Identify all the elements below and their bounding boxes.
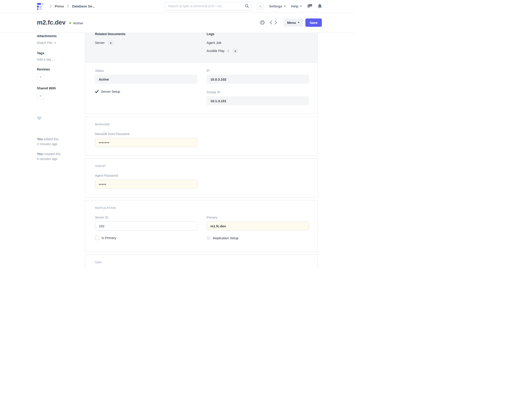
form-card-status: Related Documents Server + Logs Agent Jo… [85, 33, 318, 114]
chevron-down-icon [284, 6, 285, 7]
replication-section-heading: REPLICATION [95, 200, 308, 210]
settings-label: Settings [269, 4, 282, 8]
is-primary-label: Is Primary [101, 236, 116, 240]
related-doc-server-link[interactable]: Server [95, 41, 105, 45]
help-label: Help [291, 4, 298, 8]
form-card-replication: REPLICATION Server ID Is Primary Primary [85, 200, 318, 252]
ip-field-label: IP [207, 69, 309, 73]
status-indicator-label: Active [73, 21, 83, 25]
menu-button-label: Menu [287, 21, 296, 25]
status-section: Status Active Server Setup IP 10.0.3.102… [85, 63, 317, 114]
add-share-button[interactable]: + [37, 92, 44, 100]
prev-next-nav [270, 20, 277, 25]
add-tag-input[interactable]: Add a tag ... [37, 58, 79, 61]
ip-field: 10.0.3.102 [207, 75, 309, 84]
page-head: m2.fc.dev Active Menu Save [0, 12, 355, 33]
timeline-who: You [37, 152, 43, 156]
timeline-entry: You edited this 2 minutes ago [37, 137, 79, 147]
shared-with-title: Shared With [37, 86, 79, 90]
replication-setup-label: Replication Setup [213, 236, 239, 240]
search-input[interactable] [168, 4, 245, 8]
primary-input[interactable] [207, 222, 309, 230]
server-id-input[interactable] [95, 222, 197, 230]
breadcrumb-item-database-server[interactable]: Database Se... [72, 4, 95, 8]
plus-icon: + [39, 94, 41, 98]
replication-setup-checkbox [207, 236, 210, 240]
timeline-when: 6 minutes ago [37, 156, 79, 161]
chat-icon[interactable] [307, 4, 312, 8]
search-icon[interactable] [245, 4, 249, 8]
attach-file-button[interactable]: Attach File + [37, 41, 79, 45]
chevron-left-icon[interactable] [270, 20, 272, 25]
plus-icon: + [39, 75, 41, 79]
private-ip-field: 10.1.3.101 [207, 96, 309, 105]
status-field-label: Status [95, 69, 197, 73]
log-ansible-play-link[interactable]: Ansible Play [207, 49, 225, 53]
chevron-right-icon[interactable] [275, 20, 277, 25]
navbar: Press Database Se... A Settings Help [0, 0, 355, 12]
breadcrumb: Press Database Se... [47, 4, 95, 8]
page-body: Attachments Attach File + Tags Add a tag… [0, 33, 355, 268]
ssh-section-heading: SSH [95, 255, 308, 264]
mariadb-root-password-label: MariaDB Root Password [95, 132, 197, 136]
timeline-who: You [37, 137, 43, 141]
notifications-bell-icon[interactable] [318, 4, 322, 8]
form-card-ssh: SSH [85, 255, 318, 268]
primary-label: Primary [207, 215, 309, 219]
form-layout: Related Documents Server + Logs Agent Jo… [85, 33, 318, 268]
print-icon[interactable] [260, 20, 265, 25]
page-title: m2.fc.dev [37, 19, 65, 26]
timeline-entry: You created this 6 minutes ago [37, 152, 79, 161]
is-primary-checkbox[interactable] [95, 236, 99, 240]
navbar-right: A Settings Help [257, 3, 322, 9]
breadcrumb-item-press[interactable]: Press [55, 4, 64, 8]
ansible-play-count: 1 [227, 49, 229, 53]
global-search [165, 2, 252, 10]
save-button[interactable]: Save [305, 19, 322, 27]
green-dot-icon [69, 22, 71, 24]
log-agent-job-link[interactable]: Agent Job [207, 41, 221, 45]
help-menu[interactable]: Help [291, 4, 302, 8]
form-sidebar: Attachments Attach File + Tags Add a tag… [37, 33, 85, 161]
avatar[interactable]: A [257, 3, 264, 9]
is-primary-check: Is Primary [95, 236, 197, 240]
logs-title: Logs [207, 33, 309, 36]
tags-title: Tags [37, 51, 79, 55]
form-dashboard: Related Documents Server + Logs Agent Jo… [85, 33, 317, 63]
server-id-label: Server ID [95, 215, 197, 219]
related-documents-title: Related Documents [95, 33, 197, 36]
agent-section-heading: AGENT [95, 159, 308, 168]
form-card-mariadb: MARIADB MariaDB Root Password [85, 117, 318, 156]
agent-password-input[interactable] [95, 180, 197, 189]
plus-icon: + [110, 41, 112, 45]
private-ip-field-label: Private IP [207, 90, 309, 94]
timeline-action: created this [44, 152, 61, 156]
chevron-right-icon [49, 4, 52, 8]
agent-password-label: Agent Password [95, 173, 197, 178]
plus-icon: + [234, 49, 236, 53]
server-setup-label: Server Setup [101, 90, 120, 93]
chevron-right-icon [67, 4, 69, 8]
chevron-down-icon [300, 6, 302, 7]
plus-icon: + [54, 41, 56, 45]
add-ansible-play-button[interactable]: + [233, 48, 238, 54]
status-field: Active [95, 75, 197, 84]
attachments-title: Attachments [37, 34, 79, 38]
add-server-button[interactable]: + [108, 40, 114, 45]
timeline-action: edited this [44, 137, 58, 141]
add-review-button[interactable]: + [37, 73, 44, 81]
attach-file-label: Attach File [37, 41, 52, 45]
like-heart-icon[interactable] [37, 116, 79, 121]
reviews-title: Reviews [37, 68, 79, 71]
replication-setup-check: Replication Setup [207, 236, 309, 240]
timeline-when: 2 minutes ago [37, 141, 79, 147]
mariadb-root-password-input[interactable] [95, 138, 197, 147]
status-indicator: Active [69, 21, 83, 25]
server-setup-check: Server Setup [95, 90, 197, 93]
settings-menu[interactable]: Settings [269, 4, 285, 8]
form-card-agent: AGENT Agent Password [85, 158, 318, 198]
app-logo-icon[interactable] [37, 3, 44, 10]
chevron-down-icon [298, 22, 299, 23]
menu-button[interactable]: Menu [284, 19, 303, 27]
check-icon [95, 90, 99, 93]
